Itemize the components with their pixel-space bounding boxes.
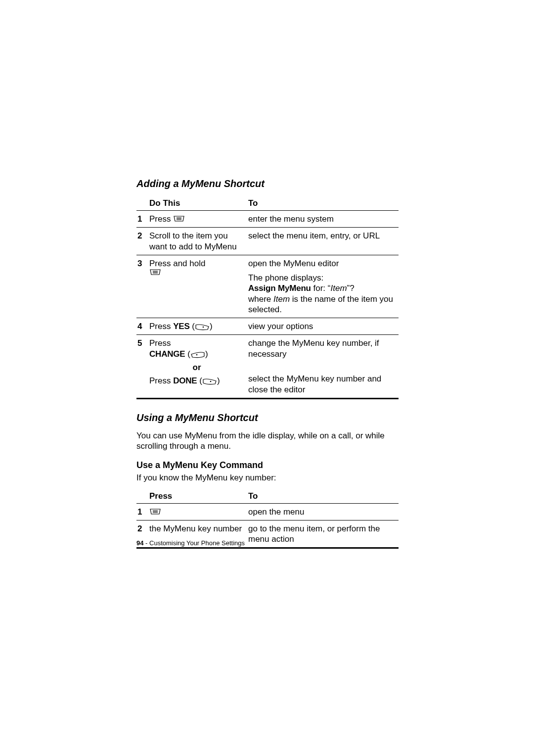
row-left: Press	[149, 211, 248, 228]
right-softkey-icon	[195, 324, 210, 331]
text: open the MyMenu editor	[248, 258, 395, 269]
menu-key-icon	[149, 508, 161, 515]
text: where Item is the name of the item you s…	[248, 294, 395, 315]
row-num: 4	[136, 318, 149, 335]
col-do-this: Do This	[149, 196, 248, 211]
svg-point-8	[210, 381, 212, 382]
text: Press	[149, 322, 173, 331]
table-row: 4 Press YES () view your options	[136, 318, 399, 335]
text: where	[248, 294, 273, 304]
text-bold: YES	[173, 322, 189, 331]
table-row: 2 Scroll to the item you want to add to …	[136, 228, 399, 255]
text: change the MyMenu key number, if necessa…	[248, 338, 395, 360]
table-row: 5 Press CHANGE () or Press DONE ()	[136, 335, 399, 399]
row-left: Scroll to the item you want to add to My…	[149, 228, 248, 255]
row-left: Press YES ()	[149, 318, 248, 335]
text: Press DONE ()	[149, 376, 244, 386]
row-num: 5	[136, 335, 149, 399]
svg-point-6	[203, 327, 204, 328]
svg-point-7	[196, 354, 198, 355]
sub-intro-text: If you know the MyMenu key number:	[136, 472, 399, 483]
text: The phone displays:	[248, 273, 395, 283]
row-right: go to the menu item, or perform the menu…	[248, 520, 399, 548]
col-to: To	[248, 196, 399, 211]
text: The phone displays:	[248, 273, 323, 283]
table-row: 1 Press enter the menu system	[136, 211, 399, 228]
paren: )	[217, 376, 220, 385]
text: ”?	[347, 284, 355, 293]
row-num: 3	[136, 255, 149, 318]
text: CHANGE ()	[149, 349, 244, 359]
text-bold: DONE	[173, 376, 197, 385]
text-bold: CHANGE	[149, 349, 185, 359]
text: select the MyMenu key number and close t…	[248, 374, 395, 395]
footer-sep: -	[143, 539, 149, 547]
text: for: “	[311, 284, 331, 293]
row-num: 2	[136, 228, 149, 255]
text-italic: Item	[330, 284, 347, 293]
page-number: 94	[136, 539, 143, 547]
heading-adding-shortcut: Adding a MyMenu Shortcut	[136, 178, 399, 189]
page-content: Adding a MyMenu Shortcut Do This To 1 Pr…	[136, 178, 399, 549]
row-right: open the menu	[248, 503, 399, 520]
text-italic: Item	[273, 294, 290, 304]
text: Press and hold	[149, 258, 244, 269]
paren: )	[205, 349, 208, 359]
row-num: 1	[136, 211, 149, 228]
page-footer: 94 - Customising Your Phone Settings	[136, 539, 245, 547]
table-row: 1 open the menu	[136, 503, 399, 520]
table-row: 3 Press and hold open the MyMenu editor …	[136, 255, 399, 318]
right-softkey-icon	[202, 378, 217, 385]
text-or: or	[149, 359, 244, 376]
row-right: view your options	[248, 318, 399, 335]
col-num	[136, 196, 149, 211]
row-left: Press and hold	[149, 255, 248, 318]
subheading-key-command: Use a MyMenu Key Command	[136, 460, 399, 471]
col-press: Press	[149, 489, 248, 504]
left-softkey-icon	[190, 351, 205, 358]
text: Press	[149, 338, 244, 348]
row-num: 1	[136, 503, 149, 520]
col-num	[136, 489, 149, 504]
heading-using-shortcut: Using a MyMenu Shortcut	[136, 412, 399, 424]
intro-text: You can use MyMenu from the idle display…	[136, 430, 399, 452]
row-left	[149, 503, 248, 520]
menu-key-icon	[149, 269, 244, 276]
text-bold: Assign MyMenu	[248, 284, 311, 293]
text: Press	[149, 376, 173, 385]
table-adding-shortcut: Do This To 1 Press enter the menu system…	[136, 196, 399, 399]
text: Press	[149, 214, 173, 224]
col-to: To	[248, 489, 399, 504]
row-right: enter the menu system	[248, 211, 399, 228]
footer-title: Customising Your Phone Settings	[149, 539, 245, 547]
row-right: change the MyMenu key number, if necessa…	[248, 335, 399, 399]
row-left: Press CHANGE () or Press DONE ()	[149, 335, 248, 399]
row-right: open the MyMenu editor The phone display…	[248, 255, 399, 318]
text: Assign MyMenu for: “Item”?	[248, 283, 395, 293]
paren: )	[210, 322, 213, 331]
row-right: select the menu item, entry, or URL	[248, 228, 399, 255]
menu-key-icon	[173, 215, 185, 222]
